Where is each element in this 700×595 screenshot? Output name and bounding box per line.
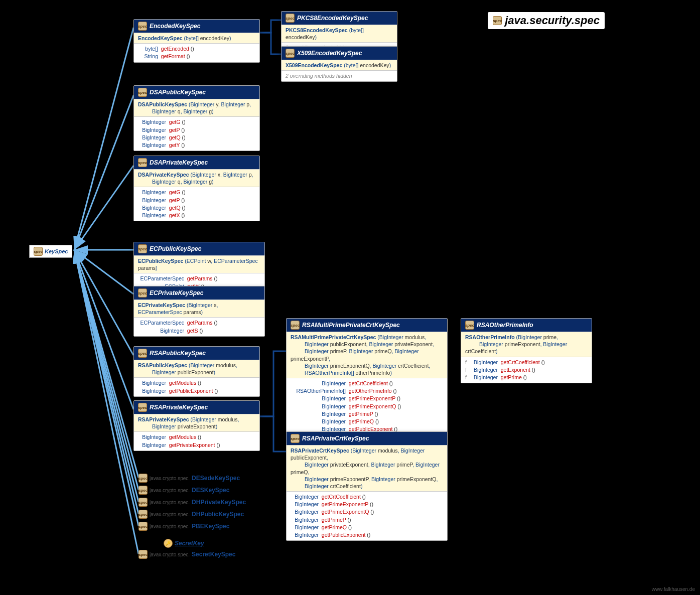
classbox-header: specRSAOtherPrimeInfo [461, 319, 592, 332]
ref-pkg: javax.crypto.spec. [150, 512, 190, 517]
spec-icon: spec [138, 522, 148, 531]
ref-SecretKey: 🔑SecretKey [164, 539, 204, 548]
ref-pkg: javax.crypto.spec. [150, 488, 190, 493]
spec-icon: spec [34, 247, 43, 256]
classbox-header: specPKCS8EncodedKeySpec [282, 12, 397, 25]
credit: www.falkhausen.de [652, 586, 695, 592]
classbox-RSAOtherPrimeInfo: specRSAOtherPrimeInfoRSAOtherPrimeInfo (… [461, 318, 592, 383]
constructor: DSAPublicKeySpec (BigInteger y, BigInteg… [134, 99, 259, 116]
classbox-RSAPublicKeySpec: specRSAPublicKeySpecRSAPublicKeySpec (Bi… [133, 346, 260, 397]
class-title: DSAPublicKeySpec [150, 89, 206, 96]
spec-icon: spec [138, 403, 147, 412]
spec-icon: spec [138, 244, 147, 253]
class-title: ECPrivateKeySpec [150, 289, 203, 296]
spec-icon: spec [138, 288, 147, 298]
classbox-ECPublicKeySpec: specECPublicKeySpecECPublicKeySpec (ECPo… [133, 242, 265, 292]
ref-SecretKeySpec: specjavax.crypto.spec.SecretKeySpec [138, 550, 235, 559]
svg-line-7 [74, 250, 138, 478]
classbox-EncodedKeySpec: specEncodedKeySpecEncodedKeySpec (byte[]… [133, 19, 260, 63]
spec-icon: spec [286, 49, 295, 58]
class-title: ECPublicKeySpec [150, 245, 201, 252]
methods: BigInteger getG ()BigInteger getP ()BigI… [134, 187, 259, 221]
classbox-RSAMultiPrimePrivateCrtKeySpec: specRSAMultiPrimePrivateCrtKeySpecRSAMul… [286, 318, 448, 435]
classbox-DSAPrivateKeySpec: specDSAPrivateKeySpecDSAPrivateKeySpec (… [133, 156, 260, 221]
classbox-ECPrivateKeySpec: specECPrivateKeySpecECPrivateKeySpec (Bi… [133, 286, 265, 337]
classbox-X509EncodedKeySpec: specX509EncodedKeySpecX509EncodedKeySpec… [281, 46, 397, 82]
package-name: java.security.spec [505, 14, 600, 27]
spec-icon: spec [291, 434, 300, 443]
ref-pkg: javax.crypto.spec. [150, 476, 190, 481]
svg-line-2 [74, 166, 133, 250]
constructor: ECPublicKeySpec (ECPoint w, ECParameterS… [134, 255, 264, 273]
svg-line-12 [74, 250, 138, 554]
methods: BigInteger getG ()BigInteger getP ()BigI… [134, 116, 259, 151]
keyspec-root: spec KeySpec [29, 245, 72, 258]
constructor: RSAPrivateKeySpec (BigInteger modulus,Bi… [134, 414, 259, 431]
keyspec-label: KeySpec [45, 248, 68, 254]
constructor: DSAPrivateKeySpec (BigInteger x, BigInte… [134, 169, 259, 187]
classbox-header: specDSAPrivateKeySpec [134, 156, 259, 169]
ref-DESKeySpec: specjavax.crypto.spec.DESKeySpec [138, 486, 229, 495]
constructor: RSAPrivateCrtKeySpec (BigInteger modulus… [287, 445, 447, 491]
classbox-header: specEncodedKeySpec [134, 20, 259, 33]
class-title: X509EncodedKeySpec [297, 50, 362, 57]
methods: ECParameterSpec getParams ()BigInteger g… [134, 317, 264, 336]
classbox-DSAPublicKeySpec: specDSAPublicKeySpecDSAPublicKeySpec (Bi… [133, 85, 260, 151]
classbox-header: specRSAPrivateKeySpec [134, 401, 259, 414]
ref-pkg: javax.crypto.spec. [150, 552, 190, 557]
classbox-header: specDSAPublicKeySpec [134, 86, 259, 99]
classbox-header: specRSAMultiPrimePrivateCrtKeySpec [287, 319, 447, 332]
constructor: EncodedKeySpec (byte[] encodedKey) [134, 33, 259, 43]
class-title: RSAPrivateCrtKeySpec [302, 435, 369, 442]
spec-icon: spec [493, 16, 502, 25]
ref-class: DESedeKeySpec [192, 475, 240, 482]
class-title: PKCS8EncodedKeySpec [297, 15, 368, 22]
ref-class: DESKeySpec [192, 487, 229, 494]
classbox-header: specECPublicKeySpec [134, 242, 264, 255]
svg-line-1 [74, 95, 133, 250]
class-title: RSAPrivateKeySpec [150, 404, 208, 411]
classbox-header: specRSAPublicKeySpec [134, 347, 259, 360]
ref-pkg: javax.crypto.spec. [150, 524, 190, 529]
constructor: PKCS8EncodedKeySpec (byte[] encodedKey) [282, 25, 397, 42]
spec-icon: spec [286, 14, 295, 23]
ref-class: DHPrivateKeySpec [192, 499, 246, 506]
note: 2 overriding methods hidden [282, 70, 397, 81]
class-title: DSAPrivateKeySpec [150, 159, 208, 166]
svg-line-6 [74, 250, 133, 409]
classbox-header: specX509EncodedKeySpec [282, 47, 397, 60]
constructor: RSAMultiPrimePrivateCrtKeySpec (BigInteg… [287, 332, 447, 378]
methods: BigInteger getModulus ()BigInteger getPu… [134, 377, 259, 396]
methods: byte[] getEncoded ()String getFormat () [134, 43, 259, 62]
spec-icon: spec [138, 349, 147, 358]
ref-DHPrivateKeySpec: specjavax.crypto.spec.DHPrivateKeySpec [138, 498, 246, 507]
spec-icon: spec [291, 321, 300, 330]
constructor: RSAOtherPrimeInfo (BigInteger prime,BigI… [461, 332, 592, 357]
spec-icon: spec [138, 158, 147, 167]
methods: fBigInteger getCrtCoefficient ()fBigInte… [461, 357, 592, 383]
constructor: RSAPublicKeySpec (BigInteger modulus,Big… [134, 360, 259, 377]
ref-PBEKeySpec: specjavax.crypto.spec.PBEKeySpec [138, 522, 229, 531]
classbox-header: specRSAPrivateCrtKeySpec [287, 432, 447, 445]
classbox-RSAPrivateKeySpec: specRSAPrivateKeySpecRSAPrivateKeySpec (… [133, 400, 260, 451]
class-title: RSAMultiPrimePrivateCrtKeySpec [302, 322, 400, 329]
svg-line-9 [74, 250, 138, 502]
classbox-header: specECPrivateKeySpec [134, 286, 264, 300]
key-icon: 🔑 [164, 539, 173, 548]
svg-line-0 [74, 28, 133, 250]
class-title: RSAOtherPrimeInfo [477, 322, 533, 329]
classbox-RSAPrivateCrtKeySpec: specRSAPrivateCrtKeySpecRSAPrivateCrtKey… [286, 431, 448, 541]
ref-DESedeKeySpec: specjavax.crypto.spec.DESedeKeySpec [138, 474, 240, 483]
constructor: ECPrivateKeySpec (BigInteger s, ECParame… [134, 300, 264, 317]
ref-class: SecretKeySpec [192, 551, 235, 558]
spec-icon: spec [138, 510, 148, 519]
ref-class: DHPublicKeySpec [192, 511, 244, 518]
ref-DHPublicKeySpec: specjavax.crypto.spec.DHPublicKeySpec [138, 510, 244, 519]
svg-line-8 [74, 250, 138, 490]
spec-icon: spec [465, 321, 474, 330]
ref-pkg: javax.crypto.spec. [150, 500, 190, 505]
methods: BigInteger getModulus ()BigInteger getPr… [134, 431, 259, 450]
methods: BigInteger getCrtCoefficient ()BigIntege… [287, 491, 447, 540]
spec-icon: spec [138, 486, 148, 495]
class-title: RSAPublicKeySpec [150, 350, 206, 357]
